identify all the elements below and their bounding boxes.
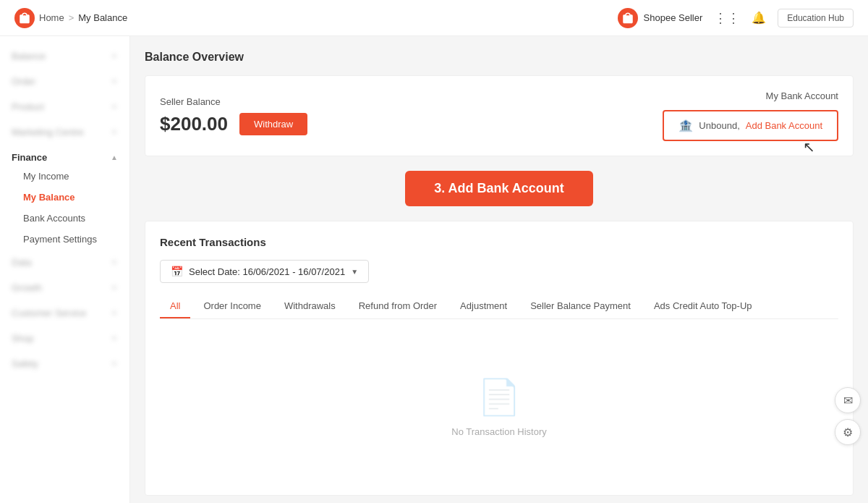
sidebar-item-product[interactable]: Product ▼	[0, 94, 129, 119]
current-page-label: My Balance	[78, 12, 127, 23]
cta-area: 3. Add Bank Account	[145, 171, 854, 206]
sidebar-item-bank-accounts[interactable]: Bank Accounts	[12, 208, 129, 229]
settings-icon[interactable]: ⚙	[835, 419, 861, 445]
top-navigation: Home > My Balance Shopee Seller ⋮⋮ 🔔 Edu…	[0, 0, 868, 36]
sidebar-cs-label: Customer Service	[12, 308, 86, 318]
bank-account-label: My Bank Account	[663, 90, 838, 101]
withdraw-button[interactable]: Withdraw	[239, 113, 307, 135]
tab-withdrawals[interactable]: Withdrawals	[274, 295, 346, 318]
balance-amount: $200.00	[160, 113, 228, 135]
tab-all[interactable]: All	[160, 295, 190, 318]
sidebar-item-growth[interactable]: Growth ▼	[0, 275, 129, 300]
sidebar-finance-label: Finance	[12, 152, 47, 163]
sidebar-product-label: Product	[12, 101, 44, 112]
empty-state: 📄 No Transaction History	[160, 334, 838, 481]
main-content: Balance Overview Seller Balance $200.00 …	[130, 36, 868, 503]
chevron-down-icon: ▼	[111, 284, 118, 292]
sidebar-safety-label: Safety	[12, 358, 38, 369]
chevron-down-icon: ▼	[111, 334, 118, 342]
seller-info: Shopee Seller	[618, 8, 703, 28]
chevron-down-icon: ▼	[351, 268, 358, 276]
unbound-text: Unbound,	[699, 120, 739, 131]
page-title: Balance Overview	[145, 51, 854, 64]
breadcrumb: Home > My Balance	[14, 8, 127, 28]
grid-icon[interactable]: ⋮⋮	[714, 10, 740, 26]
sidebar-item-order[interactable]: Order ▼	[0, 69, 129, 94]
sidebar-item-balance[interactable]: Balance ▼	[0, 43, 129, 69]
transactions-section: Recent Transactions 📅 Select Date: 16/06…	[145, 221, 854, 496]
sidebar-item-payment-settings[interactable]: Payment Settings	[12, 229, 129, 250]
sidebar-item-marketing[interactable]: Marketing Centre ▼	[0, 119, 129, 145]
chevron-down-icon: ▼	[111, 309, 118, 317]
chevron-down-icon: ▼	[111, 52, 118, 60]
chat-icon[interactable]: ✉	[835, 387, 861, 413]
tab-order-income[interactable]: Order Income	[193, 295, 271, 318]
chevron-down-icon: ▼	[111, 128, 118, 136]
sidebar-finance-submenu: My Income My Balance Bank Accounts Payme…	[0, 166, 129, 250]
transactions-title: Recent Transactions	[160, 236, 838, 248]
chevron-up-icon: ▲	[111, 153, 118, 161]
date-filter[interactable]: 📅 Select Date: 16/06/2021 - 16/07/2021 ▼	[160, 260, 369, 283]
page-layout: Balance ▼ Order ▼ Product ▼ Marketing Ce…	[0, 36, 868, 503]
chevron-down-icon: ▼	[111, 360, 118, 368]
breadcrumb-separator: >	[69, 12, 75, 23]
bank-account-section: My Bank Account 🏦 Unbound, Add Bank Acco…	[663, 90, 838, 141]
top-nav-right: Shopee Seller ⋮⋮ 🔔 Education Hub	[618, 8, 854, 28]
education-hub-button[interactable]: Education Hub	[778, 9, 854, 28]
empty-state-text: No Transaction History	[451, 426, 547, 437]
home-link[interactable]: Home	[39, 12, 64, 23]
date-filter-label: Select Date: 16/06/2021 - 16/07/2021	[189, 266, 345, 277]
tab-ads-credit[interactable]: Ads Credit Auto Top-Up	[644, 295, 762, 318]
sidebar-order-label: Order	[12, 76, 35, 87]
sidebar-item-my-income[interactable]: My Income	[12, 166, 129, 187]
sidebar-item-shop[interactable]: Shop ▼	[0, 326, 129, 351]
tab-seller-balance-payment[interactable]: Seller Balance Payment	[520, 295, 641, 318]
sidebar-item-data[interactable]: Data ▼	[0, 250, 129, 275]
chevron-down-icon: ▼	[111, 258, 118, 266]
seller-balance-label: Seller Balance	[160, 96, 307, 107]
tab-refund-from-order[interactable]: Refund from Order	[349, 295, 447, 318]
add-bank-account-cta-button[interactable]: 3. Add Bank Account	[405, 171, 593, 206]
sidebar-item-my-balance[interactable]: My Balance	[12, 187, 129, 208]
cursor-pointer-icon: ↖	[803, 138, 815, 156]
notification-bell-icon[interactable]: 🔔	[752, 11, 766, 25]
sidebar-section-finance[interactable]: Finance ▲	[0, 145, 129, 166]
chevron-down-icon: ▼	[111, 103, 118, 111]
sidebar-item-customer-service[interactable]: Customer Service ▼	[0, 300, 129, 326]
sidebar-balance-label: Balance	[12, 51, 46, 62]
sidebar-growth-label: Growth	[12, 282, 42, 293]
seller-logo	[618, 8, 638, 28]
sidebar: Balance ▼ Order ▼ Product ▼ Marketing Ce…	[0, 36, 130, 503]
balance-card: Seller Balance $200.00 Withdraw My Bank …	[145, 75, 854, 156]
tab-adjustment[interactable]: Adjustment	[450, 295, 517, 318]
no-transaction-icon: 📄	[477, 377, 521, 418]
bank-unbound-box[interactable]: 🏦 Unbound, Add Bank Account ↖	[663, 110, 838, 141]
add-bank-account-link[interactable]: Add Bank Account	[746, 120, 822, 131]
shopee-logo	[14, 8, 35, 28]
sidebar-item-safety[interactable]: Safety ▼	[0, 351, 129, 376]
sidebar-shop-label: Shop	[12, 333, 33, 344]
balance-left-section: Seller Balance $200.00 Withdraw	[160, 96, 307, 135]
chevron-down-icon: ▼	[111, 77, 118, 85]
bank-icon: 🏦	[678, 119, 693, 132]
sidebar-data-label: Data	[12, 257, 31, 268]
floating-buttons: ✉ ⚙	[835, 387, 861, 445]
balance-amount-row: $200.00 Withdraw	[160, 113, 307, 135]
seller-name-label: Shopee Seller	[644, 12, 703, 23]
transaction-tabs: All Order Income Withdrawals Refund from…	[160, 295, 838, 319]
calendar-icon: 📅	[171, 266, 183, 277]
sidebar-marketing-label: Marketing Centre	[12, 127, 84, 138]
